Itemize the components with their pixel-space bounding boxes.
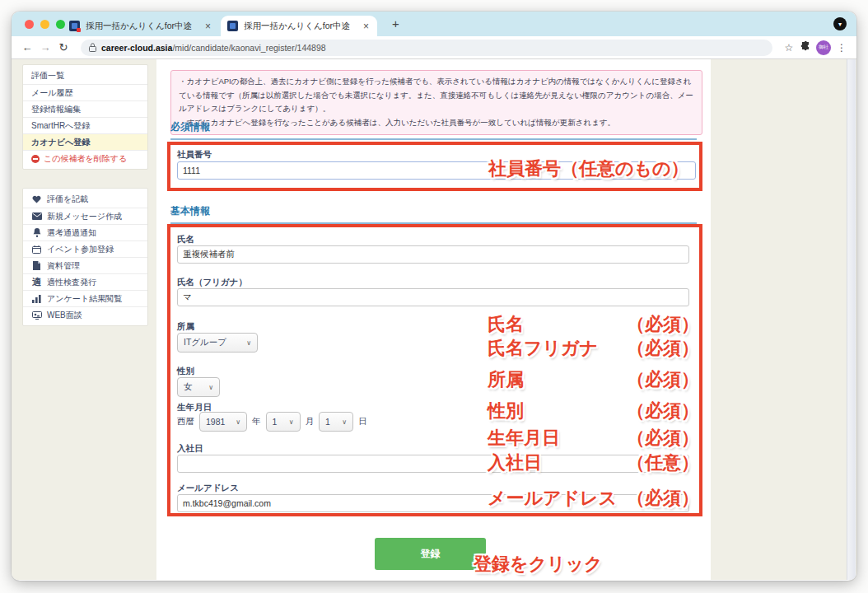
day-suffix: 日	[358, 416, 367, 427]
url-domain: career-cloud.asia	[101, 43, 172, 53]
sidebar-item-document-management[interactable]: 資料管理	[23, 257, 147, 273]
gender-select[interactable]: 女 ∨	[177, 377, 220, 397]
sidebar-item-new-message[interactable]: 新規メッセージ作成	[23, 208, 147, 224]
sidebar-item-delete-candidate[interactable]: この候補者を削除する	[23, 150, 147, 166]
annotation-gender: 性別	[488, 399, 524, 423]
birth-month-select[interactable]: 1 ∨	[266, 412, 301, 432]
sidebar-item-web-interview[interactable]: WEB面談	[23, 306, 147, 323]
sidebar-item-event-registration[interactable]: イベント参加登録	[23, 240, 147, 257]
annotation-furigana: 氏名フリガナ	[488, 336, 598, 361]
annotation-email-status: （必須）	[627, 486, 699, 511]
page-content: 評価一覧 メール履歴 登録情報編集 SmartHRへ登録 カオナビへ登録 この候…	[12, 59, 856, 580]
sidebar-item-mail-history[interactable]: メール履歴	[23, 84, 147, 100]
kanji-teki-icon: 適	[31, 276, 42, 288]
annotation-furigana-status: （必須）	[627, 336, 699, 361]
sidebar-nav-card: 評価一覧 メール履歴 登録情報編集 SmartHRへ登録 カオナビへ登録 この候…	[22, 64, 148, 170]
month-suffix: 月	[306, 416, 315, 427]
calendar-icon	[31, 245, 42, 254]
sidebar-item-kaonavi-register[interactable]: カオナビへ登録	[23, 133, 147, 150]
sidebar-item-pass-notification[interactable]: 選考通過通知	[23, 224, 147, 240]
birth-year-select[interactable]: 1981 ∨	[199, 412, 247, 432]
annotation-name-status: （必須）	[627, 312, 699, 337]
birth-day-select[interactable]: 1 ∨	[319, 412, 353, 432]
employee-number-label: 社員番号	[177, 149, 212, 161]
page-scrollbar[interactable]	[847, 59, 856, 580]
era-label: 西暦	[177, 416, 194, 427]
name-label: 氏名	[177, 234, 194, 245]
birthdate-row: 西暦 1981 ∨ 年 1 ∨ 月 1 ∨ 日	[177, 412, 367, 432]
forward-button[interactable]: →	[36, 41, 54, 54]
tab-1-title: 採用一括かんりくんfor中途	[86, 21, 198, 32]
sidebar-item-write-evaluation[interactable]: 評価を記載	[23, 191, 147, 208]
name-input[interactable]	[177, 245, 689, 264]
chevron-down-icon: ∨	[229, 418, 240, 426]
basic-info-heading: 基本情報	[170, 204, 697, 224]
register-click-annotation: 登録をクリック	[474, 552, 603, 577]
furigana-label: 氏名（フリガナ）	[177, 277, 247, 288]
sidebar-item-edit-registration[interactable]: 登録情報編集	[23, 100, 147, 117]
annotation-department-status: （必須）	[627, 367, 699, 392]
required-info-heading: 必須情報	[170, 120, 697, 140]
back-button[interactable]: ←	[18, 41, 36, 54]
gender-label: 性別	[177, 366, 194, 377]
minus-circle-icon	[31, 155, 40, 163]
document-icon	[31, 261, 42, 270]
envelope-icon	[31, 212, 42, 220]
monitor-icon	[31, 311, 42, 320]
minimize-window-button[interactable]	[40, 20, 49, 29]
browser-toolbar: ← → ↻ career-cloud.asia/mid/candidate/ka…	[12, 36, 856, 59]
annotation-department: 所属	[488, 367, 524, 392]
tab-1[interactable]: 採用一括かんりくんfor中途 ×	[63, 16, 219, 36]
tab-search-button[interactable]: ▾	[833, 17, 847, 30]
url-path: /mid/candidate/kaonavi_register/144898	[172, 43, 325, 53]
new-tab-button[interactable]: +	[387, 16, 404, 30]
chevron-down-icon: ∨	[202, 384, 213, 391]
extensions-puzzle-icon[interactable]	[797, 41, 814, 54]
sidebar-item-survey-results[interactable]: アンケート結果閲覧	[23, 290, 147, 306]
tab-2-close-icon[interactable]: ×	[362, 21, 371, 32]
annotation-birthdate-status: （必須）	[627, 426, 699, 451]
browser-window: 採用一括かんりくんfor中途 × 採用一括かんりくんfor中途 × + ▾ ← …	[12, 12, 856, 581]
tab-1-favicon-icon	[69, 21, 80, 31]
join-date-input[interactable]	[177, 455, 689, 473]
join-date-label: 入社日	[177, 443, 203, 455]
lock-icon	[89, 43, 96, 52]
browser-menu-icon[interactable]: ⋮	[833, 42, 850, 54]
employee-number-annotation: 社員番号（任意のもの）	[488, 156, 689, 181]
bar-chart-icon	[31, 295, 42, 303]
sidebar-item-aptitude-test[interactable]: 適 適性検査発行	[23, 273, 147, 290]
annotation-birthdate: 生年月日	[488, 426, 560, 451]
close-window-button[interactable]	[25, 20, 34, 29]
year-suffix: 年	[252, 416, 261, 427]
annotation-email: メールアドレス	[488, 486, 617, 511]
traffic-lights	[25, 20, 65, 29]
bookmark-star-icon[interactable]: ☆	[781, 42, 797, 54]
basic-info-annotation-box: 氏名 氏名（フリガナ） 所属 ITグループ ∨ 性別 女 ∨ 生年月日 西暦	[167, 224, 702, 516]
annotation-join-date-status: （任意）	[627, 451, 699, 475]
notice-line-1: ・カオナビAPIの都合上、過去にカオナビ側に登録を行った候補者でも、表示されてい…	[179, 75, 694, 116]
sidebar-item-smarthr-register[interactable]: SmartHRへ登録	[23, 117, 147, 133]
register-button[interactable]: 登録	[375, 538, 486, 570]
sidebar-item-evaluation-list[interactable]: 評価一覧	[23, 68, 147, 84]
department-label: 所属	[177, 321, 194, 333]
sidebar-actions-card: 評価を記載 新規メッセージ作成 選考通過通知 イベント参加登録	[22, 188, 148, 326]
annotation-name: 氏名	[488, 312, 524, 337]
department-select[interactable]: ITグループ ∨	[177, 333, 258, 353]
heart-icon	[31, 195, 42, 203]
employee-number-annotation-box: 社員番号 社員番号（任意のもの）	[167, 142, 702, 191]
main-panel: ・カオナビAPIの都合上、過去にカオナビ側に登録を行った候補者でも、表示されてい…	[156, 59, 711, 580]
reload-button[interactable]: ↻	[54, 41, 72, 54]
furigana-input[interactable]	[177, 288, 689, 306]
chevron-down-icon: ∨	[240, 339, 251, 347]
address-bar[interactable]: career-cloud.asia/mid/candidate/kaonavi_…	[81, 40, 772, 56]
chevron-down-icon: ∨	[335, 418, 347, 426]
tab-2-favicon-icon	[227, 21, 238, 31]
tab-2-title: 採用一括かんりくんfor中途	[244, 21, 357, 32]
tab-2-active[interactable]: 採用一括かんりくんfor中途 ×	[221, 16, 377, 36]
tab-1-close-icon[interactable]: ×	[203, 21, 212, 32]
bell-icon	[31, 228, 42, 237]
email-label: メールアドレス	[177, 483, 239, 494]
profile-avatar[interactable]: 御社	[816, 40, 831, 55]
annotation-gender-status: （必須）	[627, 399, 699, 423]
annotation-join-date: 入社日	[488, 451, 542, 475]
